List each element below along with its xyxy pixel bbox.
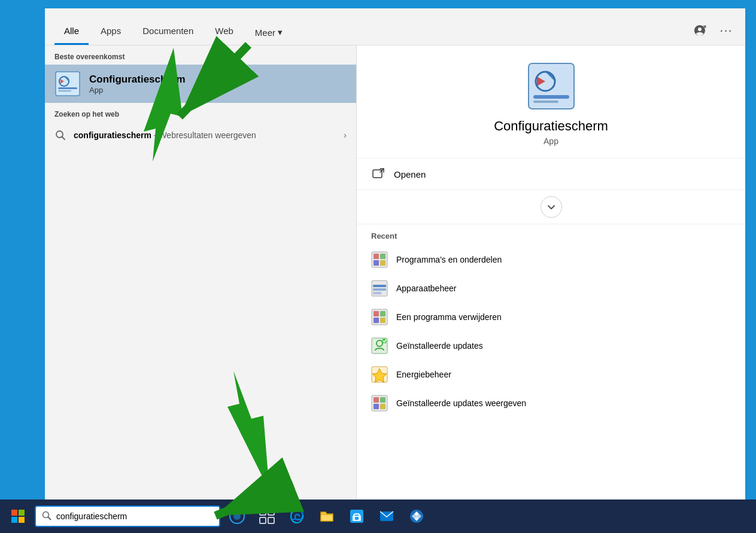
recent-item-5[interactable]: Geïnstalleerde updates weergeven	[357, 389, 745, 418]
recent-item-4[interactable]: Energiebeheer	[357, 360, 745, 389]
search-window: Alle Apps Documenten Web Meer ▾ ···	[45, 8, 745, 511]
chevron-down-icon: ▾	[278, 27, 283, 38]
svg-rect-39	[19, 517, 25, 523]
more-options-button[interactable]: ···	[716, 21, 736, 40]
best-match-subtitle: App	[89, 86, 186, 95]
recent-item-0[interactable]: Programma's en onderdelen	[357, 245, 745, 274]
taskbar: configuratiescherm	[0, 500, 756, 533]
taskbar-search-icon	[42, 511, 51, 522]
web-search-query: configuratiescherm	[74, 130, 151, 140]
svg-rect-32	[374, 397, 379, 403]
recent-icon-2	[371, 309, 388, 325]
svg-rect-33	[380, 397, 385, 403]
svg-rect-35	[380, 404, 385, 409]
web-search-label: Zoeken op het web	[45, 103, 356, 122]
svg-rect-26	[380, 318, 385, 323]
web-search-text: configuratiescherm - Webresultaten weerg…	[74, 130, 336, 140]
web-search-desc: - Webresultaten weergeven	[151, 130, 256, 140]
svg-rect-38	[11, 517, 17, 523]
svg-line-7	[62, 137, 65, 140]
recent-icon-1	[371, 280, 388, 297]
svg-rect-24	[380, 311, 385, 316]
svg-rect-15	[380, 254, 385, 259]
app-name-large: Configuratiescherm	[494, 118, 608, 134]
svg-rect-36	[11, 510, 17, 516]
tab-documenten[interactable]: Documenten	[133, 21, 203, 45]
mail-button[interactable]	[374, 503, 400, 529]
left-panel: Beste overeenkomst Configuratiescherm	[45, 45, 356, 511]
svg-rect-21	[373, 292, 381, 294]
tab-bar-actions: ···	[690, 21, 736, 45]
recent-label-5: Geïnstalleerde updates weergeven	[396, 398, 526, 408]
recent-icon-0	[371, 251, 388, 268]
recent-label-1: Apparaatbeheer	[396, 284, 456, 293]
svg-rect-25	[374, 318, 379, 323]
tab-bar: Alle Apps Documenten Web Meer ▾ ···	[45, 8, 745, 45]
svg-rect-23	[374, 311, 379, 316]
svg-rect-20	[373, 288, 386, 291]
svg-rect-14	[374, 254, 379, 259]
ellipsis-icon: ···	[719, 23, 732, 38]
svg-point-43	[233, 513, 241, 520]
open-label: Openen	[394, 169, 426, 179]
best-match-item[interactable]: Configuratiescherm App	[45, 65, 356, 103]
store-button[interactable]	[344, 503, 370, 529]
svg-rect-5	[58, 90, 71, 92]
expand-row	[357, 190, 745, 224]
svg-rect-45	[268, 509, 274, 515]
recent-label-2: Een programma verwijderen	[396, 312, 502, 322]
search-icon	[54, 129, 66, 141]
tab-web[interactable]: Web	[205, 21, 243, 45]
file-explorer-button[interactable]	[314, 503, 340, 529]
svg-rect-4	[58, 87, 77, 89]
taskbar-search-text: configuratiescherm	[56, 511, 127, 521]
svg-rect-19	[373, 285, 386, 287]
content-area: Beste overeenkomst Configuratiescherm	[45, 45, 745, 511]
recent-icon-3	[371, 337, 388, 354]
open-icon	[371, 167, 385, 181]
tab-apps[interactable]: Apps	[91, 21, 130, 45]
app-detail-header: Configuratiescherm App	[357, 45, 745, 159]
tab-alle[interactable]: Alle	[54, 21, 89, 45]
recent-item-3[interactable]: Geïnstalleerde updates	[357, 331, 745, 360]
web-search-arrow-icon: ›	[344, 130, 347, 140]
recent-section-label: Recent	[357, 224, 745, 245]
svg-rect-47	[268, 517, 274, 523]
svg-rect-12	[373, 170, 382, 178]
recent-label-3: Geïnstalleerde updates	[396, 341, 483, 351]
svg-rect-34	[374, 404, 379, 409]
edge-button[interactable]	[284, 503, 310, 529]
best-match-label: Beste overeenkomst	[45, 45, 356, 65]
svg-rect-16	[374, 260, 379, 266]
right-panel: Configuratiescherm App Openen	[356, 45, 745, 511]
svg-rect-46	[260, 517, 266, 523]
svg-rect-44	[260, 509, 266, 515]
web-search-item[interactable]: configuratiescherm - Webresultaten weerg…	[45, 122, 356, 148]
svg-rect-11	[533, 100, 558, 103]
svg-rect-37	[19, 510, 25, 516]
recent-label-0: Programma's en onderdelen	[396, 255, 502, 264]
recent-icon-5	[371, 395, 388, 412]
recent-item-1[interactable]: Apparaatbeheer	[357, 274, 745, 303]
recent-icon-4	[371, 366, 388, 383]
task-view-button[interactable]	[254, 503, 280, 529]
open-action[interactable]: Openen	[357, 159, 745, 190]
feedback-button[interactable]	[690, 21, 709, 40]
svg-rect-10	[533, 95, 569, 99]
recent-label-4: Energiebeheer	[396, 370, 451, 379]
taskbar-search-bar[interactable]: configuratiescherm	[35, 505, 220, 527]
start-button[interactable]	[5, 503, 31, 529]
tab-meer[interactable]: Meer ▾	[245, 22, 292, 45]
control-panel-icon-small	[54, 71, 81, 97]
control-panel-icon-large	[527, 62, 575, 110]
malwarebytes-button[interactable]	[403, 503, 430, 529]
best-match-title: Configuratiescherm	[89, 74, 186, 86]
svg-line-41	[48, 517, 51, 519]
expand-button[interactable]	[541, 196, 562, 218]
recent-item-2[interactable]: Een programma verwijderen	[357, 303, 745, 331]
svg-rect-50	[355, 517, 359, 520]
svg-rect-17	[380, 260, 385, 266]
cortana-button[interactable]	[224, 503, 250, 529]
app-type-label: App	[544, 136, 558, 146]
